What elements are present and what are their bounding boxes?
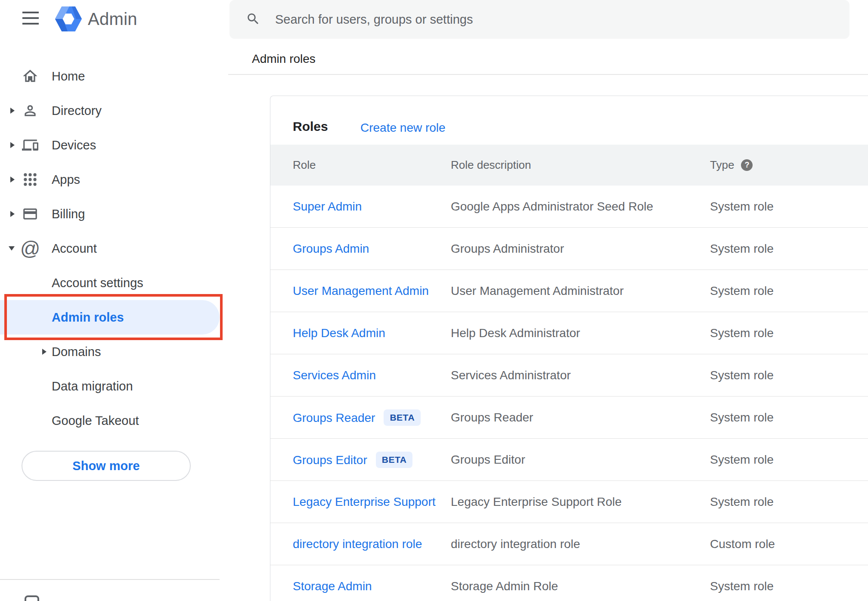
sidebar-item-devices[interactable]: Devices (0, 128, 228, 162)
table-row: Storage Admin Storage Admin Role System … (270, 565, 868, 601)
sidebar-divider (0, 579, 220, 580)
role-description: Help Desk Administrator (451, 326, 710, 340)
role-type: System role (710, 326, 774, 340)
menu-bar (22, 17, 39, 19)
role-description: Services Administrator (451, 369, 710, 382)
table-row: Groups EditorBETA Groups Editor System r… (270, 439, 868, 481)
table-row: Legacy Enterprise Support Legacy Enterpr… (270, 481, 868, 523)
role-link[interactable]: Groups Admin (293, 242, 369, 255)
search-bar (229, 0, 849, 39)
sidebar-item-label: Domains (52, 345, 101, 359)
role-description: Storage Admin Role (451, 579, 710, 593)
credit-card-icon (20, 204, 40, 224)
sidebar-item-data-migration[interactable]: Data migration (0, 369, 228, 403)
google-admin-console: Admin Home Directory Devices (0, 0, 868, 601)
sidebar-item-label: Apps (52, 173, 80, 187)
role-link[interactable]: Services Admin (293, 369, 376, 382)
sidebar-item-label: Account settings (52, 276, 143, 290)
sidebar-item-account-settings[interactable]: Account settings (0, 266, 228, 300)
column-header-description: Role description (451, 158, 710, 172)
table-row: Groups ReaderBETA Groups Reader System r… (270, 397, 868, 439)
chevron-down-icon (9, 246, 15, 251)
product-name: Admin (88, 9, 137, 29)
role-description: Groups Editor (451, 453, 710, 467)
chevron-right-icon (10, 142, 15, 148)
role-link[interactable]: Super Admin (293, 200, 362, 213)
role-link[interactable]: Groups Reader (293, 411, 375, 424)
role-type: Custom role (710, 537, 775, 551)
role-description: Groups Administrator (451, 242, 710, 256)
cropped-bottom-icon (25, 595, 39, 601)
roles-table: Super Admin Google Apps Administrator Se… (270, 186, 868, 601)
sidebar-item-home[interactable]: Home (0, 59, 228, 93)
table-row: directory integration role directory int… (270, 523, 868, 565)
role-type: System role (710, 411, 774, 424)
sidebar-item-directory[interactable]: Directory (0, 93, 228, 128)
sidebar-item-apps[interactable]: Apps (0, 162, 228, 197)
role-link[interactable]: Storage Admin (293, 579, 372, 593)
show-more-button[interactable]: Show more (22, 451, 191, 481)
role-type: System role (710, 200, 774, 214)
table-row: Services Admin Services Administrator Sy… (270, 354, 868, 397)
role-type: System role (710, 453, 774, 467)
role-description: directory integration role (451, 537, 710, 551)
role-type: System role (710, 242, 774, 256)
help-icon[interactable]: ? (741, 159, 753, 171)
role-type: System role (710, 495, 774, 509)
sidebar-item-label: Google Takeout (52, 414, 139, 428)
sidebar-item-account[interactable]: @ Account (0, 231, 228, 266)
sidebar-item-label: Admin roles (52, 310, 124, 325)
roles-panel: Roles Create new role Role Role descript… (270, 96, 868, 601)
role-link[interactable]: Groups Editor (293, 453, 367, 467)
column-header-role: Role (293, 158, 451, 172)
menu-bar (22, 12, 39, 13)
chevron-right-icon (10, 177, 15, 183)
table-row: User Management Admin User Management Ad… (270, 270, 868, 312)
table-row: Help Desk Admin Help Desk Administrator … (270, 312, 868, 354)
home-icon (20, 66, 40, 87)
content-divider (228, 74, 868, 75)
beta-badge: BETA (384, 409, 421, 426)
panel-title: Roles (293, 119, 328, 134)
role-link[interactable]: User Management Admin (293, 284, 429, 297)
search-icon (246, 12, 260, 26)
role-description: User Management Administrator (451, 284, 710, 298)
admin-logo: Admin (55, 3, 137, 35)
sidebar-item-google-takeout[interactable]: Google Takeout (0, 403, 228, 438)
role-link[interactable]: Help Desk Admin (293, 326, 385, 340)
person-icon (20, 100, 40, 121)
admin-hexagon-icon (55, 4, 82, 34)
role-type: System role (710, 284, 774, 298)
sidebar-item-label: Billing (52, 207, 85, 221)
table-row: Groups Admin Groups Administrator System… (270, 228, 868, 270)
table-header: Role Role description Type ? (270, 145, 868, 186)
menu-icon[interactable] (22, 12, 39, 25)
role-link[interactable]: directory integration role (293, 537, 422, 551)
sidebar-item-label: Devices (52, 138, 96, 152)
sidebar-item-label: Home (52, 69, 85, 84)
at-sign-icon: @ (20, 238, 40, 259)
beta-badge: BETA (376, 452, 413, 468)
column-header-type: Type (710, 158, 734, 172)
search-input[interactable] (275, 0, 826, 39)
sidebar-item-label: Account (52, 242, 97, 256)
sidebar-item-domains[interactable]: Domains (0, 335, 228, 369)
role-description: Legacy Enterprise Support Role (451, 495, 710, 509)
menu-bar (22, 23, 39, 25)
role-description: Google Apps Administrator Seed Role (451, 200, 710, 214)
role-type: System role (710, 579, 774, 593)
chevron-right-icon (10, 108, 15, 114)
sidebar-item-label: Data migration (52, 379, 133, 393)
create-new-role-link[interactable]: Create new role (360, 121, 446, 135)
role-description: Groups Reader (451, 411, 710, 424)
role-link[interactable]: Legacy Enterprise Support (293, 495, 436, 508)
apps-grid-icon (20, 169, 40, 190)
sidebar-item-admin-roles[interactable]: Admin roles (0, 300, 228, 335)
breadcrumb: Admin roles (252, 52, 316, 66)
devices-icon (20, 135, 40, 155)
chevron-right-icon (10, 211, 15, 217)
chevron-right-icon (42, 349, 46, 355)
table-row: Super Admin Google Apps Administrator Se… (270, 186, 868, 228)
role-type: System role (710, 369, 774, 382)
sidebar-item-billing[interactable]: Billing (0, 197, 228, 231)
